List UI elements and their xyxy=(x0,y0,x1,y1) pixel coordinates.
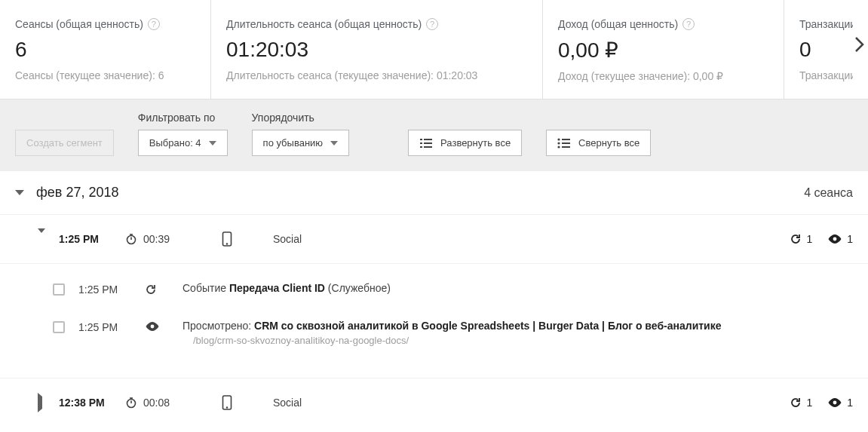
create-segment-button: Создать сегмент xyxy=(15,130,114,156)
stopwatch-icon xyxy=(125,233,137,245)
session-source: Social xyxy=(273,397,302,409)
chevron-down-icon xyxy=(38,233,45,245)
date-header[interactable]: фев 27, 2018 4 сеанса xyxy=(0,171,868,215)
hit-checkbox[interactable] xyxy=(53,321,65,333)
hit-time: 1:25 PM xyxy=(78,320,131,333)
filter-group: Фильтровать по Выбрано: 4 xyxy=(138,112,228,156)
session-hits: 1:25 PM Событие Передача Client ID (Служ… xyxy=(0,264,868,378)
event-count: 1 xyxy=(806,397,812,409)
svg-point-1 xyxy=(558,142,560,144)
date-label: фев 27, 2018 xyxy=(36,185,118,201)
hit-time: 1:25 PM xyxy=(78,282,131,296)
pageview-count: 1 xyxy=(847,233,853,245)
svg-point-0 xyxy=(558,138,560,140)
card-title: Сеансы (общая ценность) xyxy=(15,18,143,30)
svg-point-7 xyxy=(151,325,155,329)
card-title: Длительность сеанса (общая ценность) xyxy=(226,18,422,30)
eye-icon xyxy=(145,320,169,332)
filter-value: Выбрано: 4 xyxy=(149,137,201,149)
refresh-icon xyxy=(790,233,802,245)
mobile-icon xyxy=(222,231,259,247)
eye-icon xyxy=(827,234,842,244)
chevron-right-icon xyxy=(38,397,45,409)
chevron-down-icon xyxy=(330,141,338,146)
chevron-down-icon xyxy=(15,190,24,195)
svg-point-10 xyxy=(226,406,228,408)
refresh-icon xyxy=(790,397,802,409)
hit-row: 1:25 PM Событие Передача Client ID (Служ… xyxy=(53,270,853,308)
scroll-right-button[interactable] xyxy=(853,36,865,53)
metric-cards: Сеансы (общая ценность) ? 6 Сеансы (теку… xyxy=(0,0,868,100)
control-bar: Создать сегмент Фильтровать по Выбрано: … xyxy=(0,100,868,171)
card-subtext: Доход (текущее значение): 0,00 ₽ xyxy=(558,70,768,82)
stopwatch-icon xyxy=(125,397,137,409)
card-subtext: Длительность сеанса (текущее значение): … xyxy=(226,69,527,81)
help-icon[interactable]: ? xyxy=(148,18,160,30)
card-value: 01:20:03 xyxy=(226,38,527,62)
chevron-down-icon xyxy=(209,141,216,146)
refresh-icon xyxy=(145,282,169,296)
session-count: 4 сеанса xyxy=(130,186,853,200)
order-label: Упорядочить xyxy=(252,112,350,124)
hit-text: Просмотрено: CRM со сквозной аналитикой … xyxy=(182,320,853,332)
expand-all-button[interactable]: Развернуть все xyxy=(408,130,522,156)
help-icon[interactable]: ? xyxy=(682,18,695,30)
card-duration[interactable]: Длительность сеанса (общая ценность) ? 0… xyxy=(211,0,543,99)
create-segment-label: Создать сегмент xyxy=(26,137,103,149)
eye-icon xyxy=(827,397,842,408)
pageview-count: 1 xyxy=(847,397,853,409)
filter-dropdown[interactable]: Выбрано: 4 xyxy=(138,130,228,156)
card-value: 0 xyxy=(799,38,853,62)
session-duration: 00:08 xyxy=(143,397,170,409)
help-icon[interactable]: ? xyxy=(426,18,438,30)
event-count: 1 xyxy=(806,233,812,245)
card-subtext: Сеансы (текущее значение): 6 xyxy=(15,69,195,81)
mobile-icon xyxy=(222,395,259,410)
session-duration: 00:39 xyxy=(143,233,170,245)
hit-row: 1:25 PM Просмотрено: CRM со сквозной ана… xyxy=(53,308,853,358)
card-value: 6 xyxy=(15,38,195,62)
order-group: Упорядочить по убыванию xyxy=(252,112,350,156)
hit-path: /blog/crm-so-skvoznoy-analitikoy-na-goog… xyxy=(193,335,853,346)
card-value: 0,00 ₽ xyxy=(558,38,768,63)
session-time: 1:25 PM xyxy=(59,233,112,245)
hit-checkbox[interactable] xyxy=(53,283,65,296)
order-value: по убыванию xyxy=(263,137,324,149)
session-row[interactable]: 1:25 PM 00:39 Social 1 1 xyxy=(0,215,868,264)
svg-point-5 xyxy=(226,243,228,244)
card-revenue[interactable]: Доход (общая ценность) ? 0,00 ₽ Доход (т… xyxy=(543,0,784,99)
expand-icon xyxy=(419,138,433,149)
collapse-all-button[interactable]: Свернуть все xyxy=(546,130,651,156)
collapse-icon xyxy=(557,138,571,149)
filter-label: Фильтровать по xyxy=(138,112,228,124)
card-subtext: Транзакции xyxy=(799,69,853,81)
svg-point-6 xyxy=(833,237,837,241)
hit-text: Событие Передача Client ID (Служебное) xyxy=(182,282,391,294)
expand-all-label: Развернуть все xyxy=(440,137,511,149)
svg-point-2 xyxy=(558,146,560,148)
collapse-all-label: Свернуть все xyxy=(578,137,639,149)
session-row[interactable]: 12:38 PM 00:08 Social 1 1 xyxy=(0,378,868,427)
card-sessions[interactable]: Сеансы (общая ценность) ? 6 Сеансы (теку… xyxy=(0,0,211,99)
svg-point-11 xyxy=(833,401,837,405)
card-title: Транзакции xyxy=(799,18,853,30)
card-transactions[interactable]: Транзакции 0 Транзакции xyxy=(784,0,868,99)
session-time: 12:38 PM xyxy=(59,397,112,409)
session-source: Social xyxy=(273,233,302,245)
order-dropdown[interactable]: по убыванию xyxy=(252,130,350,156)
card-title: Доход (общая ценность) xyxy=(558,18,678,30)
